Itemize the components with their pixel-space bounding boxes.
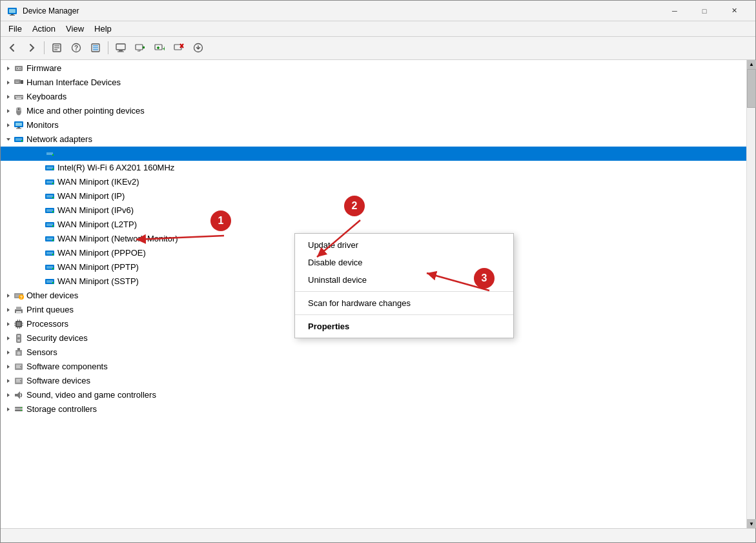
svg-rect-95: [14, 323, 15, 323]
tree-item-mice[interactable]: Mice and other pointing devices: [1, 104, 746, 118]
tree-arrow-network[interactable]: [3, 134, 14, 145]
update-driver-toolbar-button[interactable]: [189, 39, 207, 57]
tree-item-net-wan-ikev2[interactable]: WAN Miniport (IKEv2): [1, 175, 746, 189]
tree-arrow-net-wan-pptp[interactable]: [34, 262, 45, 272]
svg-rect-68: [52, 225, 54, 227]
tree-item-monitors[interactable]: Monitors: [1, 118, 746, 132]
tree-item-sound[interactable]: Sound, video and game controllers: [1, 388, 746, 402]
tree-label-net-wan-ip: WAN Miniport (IP): [57, 191, 125, 201]
tree-label-sound: Sound, video and game controllers: [26, 390, 156, 400]
list-button[interactable]: [87, 39, 105, 57]
tree-item-firmware[interactable]: Firmware: [1, 61, 746, 76]
tree-arrow-processors[interactable]: [3, 319, 14, 329]
maximize-button[interactable]: □: [690, 1, 719, 21]
minimize-button[interactable]: ─: [660, 1, 690, 21]
tree-label-firmware: Firmware: [26, 63, 61, 73]
tree-arrow-net-wan-sstp[interactable]: [34, 276, 45, 287]
tree-item-storage[interactable]: Storage controllers: [1, 402, 746, 416]
tree-item-net-wan-l2tp[interactable]: WAN Miniport (L2TP): [1, 218, 746, 232]
tree-arrow-sound[interactable]: [3, 390, 14, 400]
tree-icon-net-wan-sstp: [45, 276, 55, 287]
tree-arrow-hid[interactable]: [3, 77, 14, 88]
tree-arrow-firmware[interactable]: [3, 63, 14, 74]
back-button[interactable]: [3, 39, 21, 57]
scrollbar[interactable]: ▲ ▼: [746, 60, 755, 528]
ctx-sep-sep1: [295, 291, 513, 292]
tree-item-sw-devices[interactable]: Software devices: [1, 374, 746, 388]
tree-icon-net-unnamed: [45, 149, 55, 159]
tree-icon-print: [14, 305, 24, 315]
display-button[interactable]: [112, 39, 130, 57]
forward-button[interactable]: [23, 39, 41, 57]
remove-device-button[interactable]: [170, 39, 188, 57]
menu-action[interactable]: Action: [27, 23, 61, 35]
svg-rect-1: [9, 9, 15, 13]
tree-item-sw-components[interactable]: Software components: [1, 360, 746, 374]
svg-rect-90: [17, 322, 21, 326]
properties-button[interactable]: [48, 39, 66, 57]
tree-label-security: Security devices: [26, 333, 88, 343]
tree-item-network[interactable]: Network adapters: [1, 132, 746, 147]
tree-arrow-print[interactable]: [3, 305, 14, 315]
ctx-item-scan-hardware[interactable]: Scan for hardware changes: [295, 294, 513, 312]
tree-label-mice: Mice and other pointing devices: [26, 106, 145, 116]
svg-rect-3: [10, 15, 15, 15]
tree-arrow-net-unnamed[interactable]: [34, 149, 45, 159]
tree-arrow-keyboards[interactable]: [3, 92, 14, 102]
tree-icon-net-wan-ip: [45, 191, 55, 201]
tree-arrow-sw-devices[interactable]: [3, 376, 14, 386]
tree-arrow-security[interactable]: [3, 333, 14, 343]
svg-rect-79: [46, 280, 53, 283]
tree-arrow-net-wan-netmon[interactable]: [34, 234, 45, 244]
tree-arrow-mice[interactable]: [3, 106, 14, 116]
ctx-item-update-driver[interactable]: Update driver: [295, 236, 513, 254]
tree-icon-storage: [14, 404, 24, 415]
menu-view[interactable]: View: [61, 23, 89, 35]
tree-item-net-wan-ipv6[interactable]: WAN Miniport (IPv6): [1, 203, 746, 218]
tree-icon-mice: [14, 106, 24, 116]
tree-icon-net-wan-l2tp: [45, 220, 55, 230]
help-button[interactable]: ?: [67, 39, 85, 57]
svg-rect-17: [136, 45, 143, 50]
tree-arrow-monitors[interactable]: [3, 120, 14, 130]
svg-rect-76: [46, 266, 53, 269]
add-device-button[interactable]: +: [150, 39, 169, 57]
svg-point-104: [17, 351, 21, 354]
svg-rect-103: [17, 348, 20, 351]
tree-arrow-net-wan-pppoe[interactable]: [34, 248, 45, 258]
tree-label-net-wan-netmon: WAN Miniport (Network Monitor): [57, 234, 178, 243]
tree-arrow-net-wan-ikev2[interactable]: [34, 177, 45, 187]
tree-arrow-sensors[interactable]: [3, 347, 14, 358]
tree-arrow-net-wan-l2tp[interactable]: [34, 220, 45, 230]
ctx-item-properties[interactable]: Properties: [295, 318, 513, 335]
menu-help[interactable]: Help: [89, 23, 117, 35]
close-button[interactable]: ✕: [719, 1, 749, 21]
tree-arrow-other[interactable]: [3, 291, 14, 301]
svg-rect-16: [117, 52, 124, 52]
menu-file[interactable]: File: [3, 23, 27, 35]
tree-arrow-net-wifi[interactable]: [34, 163, 45, 173]
svg-rect-110: [16, 379, 21, 380]
svg-rect-71: [52, 240, 54, 241]
connect-button[interactable]: [131, 39, 149, 57]
svg-rect-86: [16, 307, 21, 310]
tree-arrow-net-wan-ip[interactable]: [34, 191, 45, 201]
tree-icon-other: ?: [14, 291, 24, 301]
status-bar: [1, 528, 755, 542]
tree-icon-sw-devices: [14, 376, 24, 386]
tree-arrow-storage[interactable]: [3, 404, 14, 415]
tree-item-net-wan-ip[interactable]: WAN Miniport (IP): [1, 189, 746, 203]
svg-rect-32: [15, 82, 19, 83]
svg-rect-88: [17, 312, 21, 313]
tree-item-net-unnamed[interactable]: [1, 147, 746, 161]
tree-arrow-net-wan-ipv6[interactable]: [34, 205, 45, 216]
svg-rect-67: [46, 223, 53, 226]
tree-arrow-sw-components[interactable]: [3, 362, 14, 372]
app-icon: [7, 6, 17, 16]
tree-icon-firmware: [14, 63, 24, 74]
tree-item-net-wifi[interactable]: Intel(R) Wi-Fi 6 AX201 160MHz: [1, 161, 746, 175]
tree-item-sensors[interactable]: Sensors: [1, 345, 746, 360]
tree-item-hid[interactable]: Human Interface Devices: [1, 76, 746, 90]
tree-item-keyboards[interactable]: Keyboards: [1, 90, 746, 104]
svg-rect-29: [14, 79, 21, 84]
